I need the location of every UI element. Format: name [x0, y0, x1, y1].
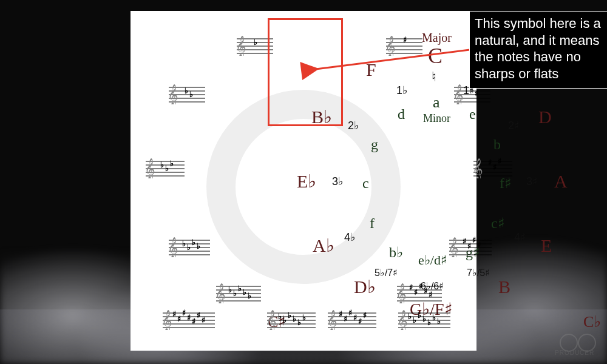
svg-text:♭: ♭	[182, 239, 186, 248]
watermark-logo: PRODUCER	[555, 331, 602, 360]
svg-text:𝄞: 𝄞	[328, 310, 337, 330]
svg-text:♭: ♭	[427, 318, 431, 327]
svg-text:♭: ♭	[233, 289, 237, 298]
svg-text:♯: ♯	[488, 158, 492, 167]
staff-Fs: 𝄞♯♯♯♯♯♯	[328, 309, 376, 330]
svg-text:𝄞: 𝄞	[449, 237, 459, 257]
minor-a: a	[433, 95, 440, 110]
staff-A: 𝄞♯♯♯	[473, 158, 512, 178]
svg-text:♭: ♭	[413, 315, 416, 325]
staff-G: 𝄞♯	[386, 35, 422, 56]
svg-text:♯: ♯	[197, 311, 200, 320]
minor-e: e	[469, 107, 476, 121]
callout-box: This symbol here is a natural, and it me…	[469, 11, 607, 89]
svg-text:♭: ♭	[418, 311, 421, 320]
staff-Db: 𝄞♭♭♭♭♭	[216, 283, 261, 303]
svg-text:♭: ♭	[228, 285, 232, 294]
callout-text: This symbol here is a natural, and it me…	[475, 16, 601, 81]
svg-text:♯: ♯	[403, 35, 407, 44]
svg-text:♭: ♭	[243, 288, 246, 297]
svg-text:♭: ♭	[254, 38, 257, 47]
svg-text:♯: ♯	[419, 283, 422, 291]
major-B: B	[498, 278, 510, 296]
svg-text:♯: ♯	[467, 241, 471, 251]
svg-text:♭: ♭	[288, 311, 291, 320]
svg-text:𝄞: 𝄞	[169, 237, 178, 257]
natural-symbol: ♮	[432, 70, 436, 84]
acc-7b5s: 7♭/5♯	[467, 268, 490, 278]
acc-4b: 4♭	[344, 232, 355, 243]
svg-text:♭: ♭	[302, 313, 306, 322]
svg-text:♭: ♭	[197, 241, 200, 251]
major-F: F	[366, 61, 376, 79]
acc-1b: 1♭	[396, 85, 407, 96]
svg-text:♯: ♯	[498, 158, 501, 166]
major-D: D	[538, 108, 552, 126]
svg-text:♯: ♯	[477, 240, 481, 249]
major-E: E	[541, 237, 552, 255]
staff-Bb: 𝄞♭♭	[169, 84, 205, 104]
svg-text:♭: ♭	[185, 86, 188, 95]
minor-b: b	[493, 137, 501, 152]
svg-text:♯: ♯	[358, 317, 362, 326]
minor-eb-ds: e♭/d♯	[418, 254, 447, 267]
svg-text:♯: ♯	[363, 311, 367, 320]
svg-text:♭: ♭	[170, 159, 174, 168]
svg-text:♯: ♯	[172, 309, 176, 318]
staff-Cb: 𝄞♭♭♭♭♭♭♭	[398, 309, 450, 330]
svg-text:♭: ♭	[192, 238, 195, 247]
svg-text:♯: ♯	[192, 317, 195, 326]
svg-text:♯: ♯	[339, 309, 342, 318]
highlight-box	[268, 18, 343, 126]
svg-text:♯: ♯	[344, 314, 347, 323]
svg-text:𝄞: 𝄞	[267, 310, 277, 330]
svg-text:𝄞: 𝄞	[398, 310, 408, 330]
svg-text:♭: ♭	[437, 317, 441, 326]
svg-text:♭: ♭	[248, 291, 251, 300]
svg-text:♯: ♯	[409, 283, 413, 292]
svg-text:♭: ♭	[293, 314, 296, 323]
svg-text:♭: ♭	[189, 90, 193, 99]
svg-text:♯: ♯	[463, 237, 466, 246]
staff-Cs: 𝄞♯♯♯♯♯♯♯	[163, 309, 215, 330]
svg-text:♯: ♯	[187, 313, 191, 322]
staff-Eb: 𝄞♭♭♭	[146, 158, 185, 178]
svg-text:♭: ♭	[408, 312, 412, 321]
svg-text:♭: ♭	[422, 314, 426, 323]
minor-c: c	[362, 176, 369, 190]
major-C: C	[428, 45, 443, 67]
svg-text:𝄞: 𝄞	[163, 310, 172, 330]
major-Ab: A♭	[313, 237, 334, 255]
acc-5b7s: 5♭/7♯	[375, 268, 398, 278]
svg-text:𝄞: 𝄞	[454, 84, 464, 104]
svg-text:♭: ♭	[432, 313, 436, 322]
major-Eb: E♭	[297, 172, 316, 190]
svg-text:♭: ♭	[165, 164, 169, 173]
acc-2b: 2♭	[348, 120, 359, 131]
svg-text:♯: ♯	[424, 286, 427, 295]
minor-bb: b♭	[389, 245, 403, 260]
svg-text:♯: ♯	[353, 313, 357, 322]
svg-text:♭: ♭	[297, 318, 301, 327]
svg-text:♭: ♭	[283, 315, 287, 325]
svg-text:♭: ♭	[160, 160, 164, 169]
staff-Ab: 𝄞♭♭♭♭	[169, 237, 210, 257]
svg-text:♭: ♭	[278, 312, 282, 321]
svg-text:♯: ♯	[429, 290, 432, 299]
minor-g: g	[371, 137, 378, 152]
staff-E: 𝄞♯♯♯♯	[449, 237, 492, 257]
svg-text:♯: ♯	[182, 309, 186, 317]
svg-text:𝄞: 𝄞	[473, 158, 483, 178]
svg-text:𝄞: 𝄞	[397, 283, 407, 303]
staff-Gb: 𝄞♭♭♭♭♭♭	[267, 309, 316, 330]
major-Db: D♭	[354, 278, 376, 296]
svg-text:♯: ♯	[472, 237, 476, 244]
staff-B: 𝄞♯♯♯♯♯	[397, 283, 442, 303]
acc-3s: 3♯	[526, 176, 538, 187]
svg-text:𝄞: 𝄞	[216, 283, 226, 303]
svg-text:𝄞: 𝄞	[169, 84, 178, 104]
minor-f: f	[370, 216, 375, 231]
acc-4s: 4♯	[514, 232, 526, 243]
svg-text:♯: ♯	[493, 163, 497, 172]
svg-text:𝄞: 𝄞	[146, 158, 155, 178]
